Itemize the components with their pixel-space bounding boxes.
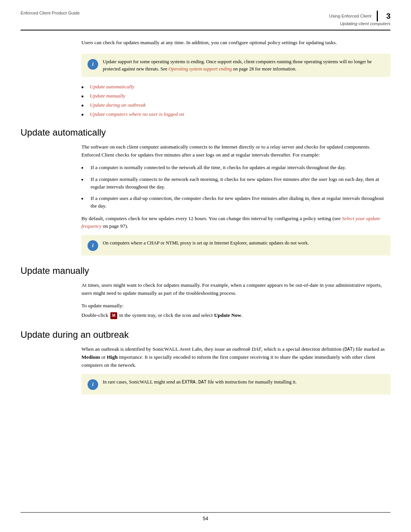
auto-para2-before: By default, computers check for new upda… <box>81 216 342 221</box>
header-divider-bar <box>377 11 378 21</box>
section-auto-para1: The software on each client computer aut… <box>81 143 390 159</box>
toc-list: Update automatically Update manually Upd… <box>81 84 390 117</box>
auto-bullet-2: If a computer normally connects to the n… <box>81 176 390 191</box>
extradat-before: In rare cases, SonicWALL might send an <box>103 379 182 385</box>
extradat-after: file with instructions for manually inst… <box>207 379 297 385</box>
info-box-os-support: i Update support for some operating syst… <box>81 54 390 77</box>
toc-item-4: Update computers where no user is logged… <box>81 111 390 117</box>
page-header: Enforced Client Product Guide Using Enfo… <box>0 0 411 30</box>
auto-bullet-list: If a computer is normally connected to t… <box>81 164 390 210</box>
info-box-3-text: In rare cases, SonicWALL might send an E… <box>103 379 296 386</box>
main-content: Users can check for updates manually at … <box>0 30 411 417</box>
outbreak-end: importance. It is specially encoded to i… <box>81 354 375 368</box>
header-chapter-title: Using Enforced Client <box>329 14 371 18</box>
header-right-subtitle: Updating client computers <box>329 21 390 26</box>
section-auto-para2: By default, computers check for new upda… <box>81 215 390 231</box>
outbreak-bold2: High <box>107 354 118 360</box>
toc-link-1[interactable]: Update automatically <box>90 84 134 90</box>
outbreak-or: or <box>100 354 107 360</box>
toc-item-2: Update manually <box>81 93 390 99</box>
info-box-1-text: Update support for some operating system… <box>103 58 384 73</box>
info-box-extradat: i In rare cases, SonicWALL might send an… <box>81 374 390 395</box>
toc-item-3: Update during an outbreak <box>81 102 390 108</box>
step-label: To update manually: <box>81 302 390 310</box>
toc-link-4[interactable]: Update computers where no user is logged… <box>90 111 184 117</box>
toc-link-3[interactable]: Update during an outbreak <box>90 102 146 108</box>
header-right-top: Using Enforced Client 3 <box>329 11 390 21</box>
footer-rule <box>21 512 390 513</box>
outbreak-para1-after: ) file marked as <box>353 346 385 352</box>
section-heading-outbreak: Update during an outbreak <box>21 329 390 340</box>
page-footer: 54 <box>0 512 411 521</box>
step-bold: Update Now <box>214 312 241 318</box>
section-outbreak-para1: When an outbreak is identified by SonicW… <box>81 345 390 369</box>
os-support-link[interactable]: Operating system support ending <box>169 66 232 72</box>
toc-item-1: Update automatically <box>81 84 390 90</box>
outbreak-code: DAT <box>344 347 353 352</box>
auto-bullet-3: If a computer uses a dial-up connection,… <box>81 195 390 210</box>
outbreak-para1-mid: , which is a special detection definitio… <box>261 346 344 352</box>
toc-link-2[interactable]: Update manually <box>90 93 125 99</box>
page: Enforced Client Product Guide Using Enfo… <box>0 0 411 532</box>
extradat-code: EXTRA.DAT <box>182 380 207 385</box>
step-detail: Double-click in the system tray, or clic… <box>81 312 390 320</box>
step-detail-before: Double-click <box>81 312 110 318</box>
header-page-number: 3 <box>386 12 390 20</box>
intro-paragraph: Users can check for updates manually at … <box>81 39 390 47</box>
outbreak-italic: outbreak DAT <box>232 346 261 352</box>
step-detail-after: in the system tray, or click the icon an… <box>118 312 214 318</box>
footer-page-number: 54 <box>203 516 208 521</box>
os-support-link-text: Operating system support ending <box>169 66 232 72</box>
outbreak-para1-before: When an outbreak is identified by SonicW… <box>81 346 232 352</box>
outbreak-bold1: Medium <box>81 354 100 360</box>
tray-icon <box>110 312 117 319</box>
info-icon-3: i <box>88 379 98 390</box>
section-heading-auto: Update automatically <box>21 127 390 138</box>
info-box-1-text-suffix: on page 28 for more information. <box>232 66 296 72</box>
auto-para2-after: on page 97). <box>102 223 128 229</box>
info-box-2-text: On computers where a CHAP or NTML proxy … <box>103 240 309 247</box>
section-manually-para1: At times, users might want to check for … <box>81 281 390 297</box>
step-period: . <box>241 312 242 318</box>
header-right: Using Enforced Client 3 Updating client … <box>329 11 390 26</box>
section-heading-manually: Update manually <box>21 265 390 276</box>
header-left-label: Enforced Client Product Guide <box>21 11 80 15</box>
info-icon-2: i <box>88 240 98 251</box>
info-box-chap: i On computers where a CHAP or NTML prox… <box>81 235 390 256</box>
info-icon-1: i <box>88 59 98 70</box>
update-manually-steps: To update manually: Double-click in the … <box>81 302 390 320</box>
auto-bullet-1: If a computer is normally connected to t… <box>81 164 390 171</box>
